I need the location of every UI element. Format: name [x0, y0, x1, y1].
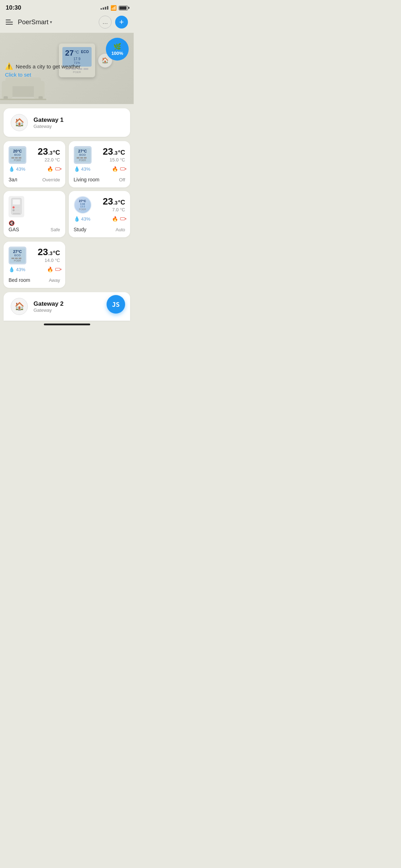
- zal-device-icons: 🔥: [47, 166, 60, 172]
- menu-button[interactable]: [6, 20, 13, 25]
- bedroom-card-wrapper: 27°C ECO POER 23.3 °C 14.0 °C 💧 43%: [4, 242, 65, 288]
- js-fab-button[interactable]: JS: [107, 295, 125, 314]
- bedroom-temp-main: 23.3 °C: [38, 247, 60, 258]
- gateway-2-sub: Gateway: [34, 308, 63, 313]
- battery-low-icon-2: [120, 167, 125, 170]
- svg-point-10: [12, 209, 15, 211]
- zal-card-top: 20°C ECO POER 23.3 °C 22.0 °C: [9, 146, 60, 164]
- gas-card[interactable]: 🔇 GAS Safe: [4, 191, 65, 237]
- alert-icon: ⚠️: [5, 62, 13, 70]
- bedroom-temp-set: 14.0 °C: [38, 258, 60, 263]
- living-room-humidity: 💧 43% 🔥: [74, 166, 125, 172]
- gas-name: GAS: [9, 227, 19, 232]
- gateway-1-card[interactable]: 🏠 Gateway 1 Gateway: [4, 108, 130, 137]
- weather-alert: ⚠️ Needs a city to get weather Click to …: [5, 62, 81, 78]
- zal-name: Зал: [9, 177, 17, 182]
- header-left: PoerSmart ▾: [6, 19, 52, 26]
- gateway-2-card[interactable]: 🏠 Gateway 2 Gateway JS: [4, 292, 130, 321]
- study-card-top: 27°C 0.68 13.0 POER 23.3 °C 7.0 °C: [74, 196, 125, 214]
- status-bar: 10:30 📶: [0, 0, 134, 13]
- living-room-status: Off: [119, 177, 125, 182]
- header-right: … +: [99, 16, 128, 29]
- bedroom-humidity-value: 43%: [16, 267, 25, 272]
- droplet-icon-2: 💧: [74, 166, 80, 172]
- js-icon: JS: [112, 301, 120, 308]
- bedroom-temp-big: 23: [38, 247, 48, 258]
- click-to-set-link[interactable]: Click to set: [5, 72, 81, 78]
- living-room-device-icons: 🔥: [112, 166, 125, 172]
- living-room-temp-block: 23.3 °C 15.0 °C: [103, 146, 125, 162]
- bedroom-name: Bed room: [9, 277, 30, 283]
- zal-card[interactable]: 20°C ECO POER 23.3 °C 22.0 °C 💧 43%: [4, 141, 65, 187]
- svg-rect-8: [13, 200, 20, 205]
- svg-rect-6: [0, 99, 46, 100]
- plus-icon: +: [119, 17, 124, 27]
- header: PoerSmart ▾ … +: [0, 13, 134, 33]
- zal-temp-small: .3: [48, 150, 53, 156]
- battery-low-icon-4: [55, 268, 60, 271]
- living-room-bottom: Living room Off: [74, 177, 125, 182]
- zal-status: Override: [42, 177, 60, 182]
- signal-icon: [101, 6, 108, 10]
- study-temp-set: 7.0 °C: [103, 207, 125, 212]
- eco-circle: 🌿 100%: [106, 38, 129, 61]
- study-status: Auto: [115, 227, 125, 232]
- gateway-2-info: Gateway 2 Gateway: [34, 300, 63, 313]
- bedroom-bottom: Bed room Away: [9, 277, 60, 283]
- zal-temp-block: 23.3 °C 22.0 °C: [38, 146, 60, 162]
- svg-rect-12: [15, 210, 19, 211]
- bedroom-card-top: 27°C ECO POER 23.3 °C 14.0 °C: [9, 247, 60, 264]
- bedroom-temp-unit: °C: [53, 249, 60, 257]
- study-humidity: 💧 43% 🔥: [74, 216, 125, 222]
- devices-section: 🏠 Gateway 1 Gateway 20°C ECO POER: [0, 104, 134, 330]
- study-card[interactable]: 27°C 0.68 13.0 POER 23.3 °C 7.0 °C 💧 43%: [69, 191, 130, 237]
- svg-rect-4: [4, 96, 8, 99]
- zal-humidity-value: 43%: [16, 166, 25, 172]
- mute-icon: 🔇: [9, 220, 15, 226]
- gateway-1-info: Gateway 1 Gateway: [34, 117, 63, 129]
- study-bottom: Study Auto: [74, 227, 125, 232]
- zal-temp-main: 23.3 °C: [38, 146, 60, 157]
- study-device-img: 27°C 0.68 13.0 POER: [74, 196, 92, 214]
- svg-rect-5: [38, 96, 43, 99]
- study-temp-main: 23.3 °C: [103, 196, 125, 207]
- add-button[interactable]: +: [115, 16, 128, 29]
- living-room-temp-unit: °C: [118, 149, 125, 156]
- gateway-1-sub: Gateway: [34, 124, 63, 129]
- zal-temp-big: 23: [38, 146, 48, 157]
- study-temp-block: 23.3 °C 7.0 °C: [103, 196, 125, 212]
- svg-rect-13: [13, 213, 20, 214]
- droplet-icon: 💧: [9, 166, 15, 172]
- alert-row: ⚠️ Needs a city to get weather: [5, 62, 81, 70]
- status-icons: 📶: [101, 5, 128, 11]
- gateway-2-name: Gateway 2: [34, 300, 63, 308]
- flame-icon-3: 🔥: [112, 216, 118, 222]
- chevron-down-icon: ▾: [50, 20, 52, 25]
- living-room-device-img: 27°C ECO POER: [74, 146, 92, 164]
- flame-icon-2: 🔥: [112, 166, 118, 172]
- app-name[interactable]: PoerSmart ▾: [18, 19, 52, 26]
- status-time: 10:30: [6, 4, 21, 11]
- living-room-temp-set: 15.0 °C: [103, 157, 125, 162]
- gateway-2-icon-wrap: 🏠: [11, 298, 28, 315]
- living-room-humidity-value: 43%: [81, 166, 91, 172]
- hero-banner: 27 °C ECO 17.9 71% POER 🏠 ⚠️ Needs a cit…: [0, 33, 134, 104]
- chat-icon: …: [102, 19, 108, 25]
- droplet-icon-3: 💧: [74, 216, 80, 222]
- bedroom-temp-block: 23.3 °C 14.0 °C: [38, 247, 60, 263]
- bedroom-card[interactable]: 27°C ECO POER 23.3 °C 14.0 °C 💧 43%: [4, 242, 65, 288]
- eco-percent: 100%: [111, 51, 123, 56]
- gateway-2-home-icon: 🏠: [15, 302, 24, 311]
- bedroom-device-icons: 🔥: [47, 267, 60, 272]
- study-temp-small: .3: [113, 200, 118, 206]
- battery-low-icon: [55, 167, 60, 170]
- bedroom-status: Away: [49, 278, 60, 283]
- droplet-icon-4: 💧: [9, 267, 15, 272]
- battery-icon: [119, 6, 128, 10]
- zal-bottom: Зал Override: [9, 177, 60, 182]
- chat-button[interactable]: …: [99, 16, 112, 29]
- living-room-card[interactable]: 27°C ECO POER 23.3 °C 15.0 °C 💧 43%: [69, 141, 130, 187]
- study-temp-unit: °C: [118, 199, 125, 206]
- gas-mute-row: 🔇: [9, 220, 60, 226]
- gas-status: Safe: [51, 227, 60, 232]
